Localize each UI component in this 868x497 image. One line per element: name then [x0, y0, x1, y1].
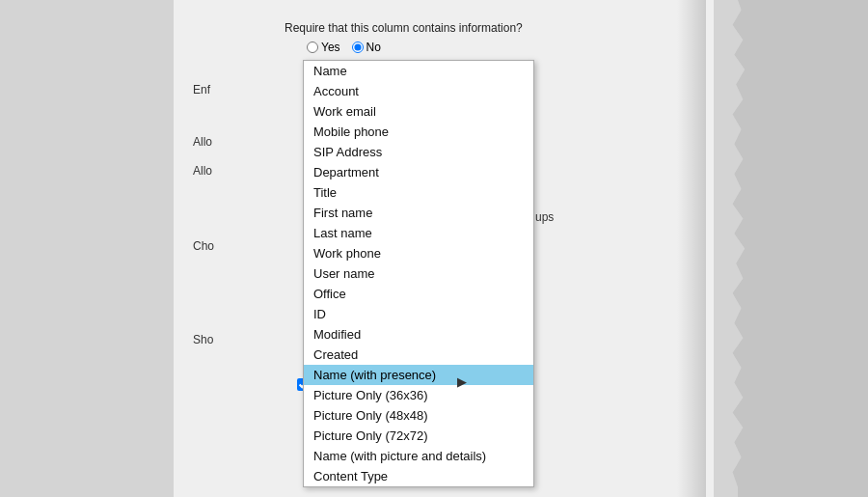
label-ups: ups — [535, 210, 554, 224]
label-sho: Sho — [193, 333, 213, 346]
no-label: No — [366, 41, 381, 54]
dropdown-item-created[interactable]: Created — [304, 345, 533, 365]
label-cho: Cho — [193, 239, 214, 253]
dropdown-item-department[interactable]: Department — [304, 162, 533, 182]
dropdown-item-picture-72[interactable]: Picture Only (72x72) — [304, 426, 533, 446]
dropdown-item-mobile-phone[interactable]: Mobile phone — [304, 122, 533, 142]
dropdown-list: Name Account Work email Mobile phone SIP… — [303, 60, 534, 487]
dropdown-item-name-picture-details[interactable]: Name (with picture and details) — [304, 446, 533, 466]
label-allo2: Allo — [193, 164, 212, 178]
dropdown-item-name[interactable]: Name — [304, 61, 533, 81]
dropdown-item-last-name[interactable]: Last name — [304, 223, 533, 243]
yes-radio-label[interactable]: Yes — [307, 41, 340, 54]
dropdown-item-work-phone[interactable]: Work phone — [304, 243, 533, 263]
dropdown-item-content-type[interactable]: Content Type — [304, 466, 533, 486]
dropdown-item-name-presence[interactable]: Name (with presence) — [304, 365, 533, 385]
yes-label: Yes — [321, 41, 340, 54]
dropdown-item-id[interactable]: ID — [304, 304, 533, 324]
dropdown-item-first-name[interactable]: First name — [304, 203, 533, 223]
dropdown-item-title[interactable]: Title — [304, 182, 533, 203]
yes-radio[interactable] — [307, 41, 318, 53]
dropdown-item-sip-address[interactable]: SIP Address — [304, 142, 533, 162]
dropdown-item-user-name[interactable]: User name — [304, 263, 533, 284]
label-allo1: Allo — [193, 135, 212, 149]
label-enf: Enf — [193, 83, 210, 97]
dropdown-item-account[interactable]: Account — [304, 81, 533, 101]
dropdown-item-work-email[interactable]: Work email — [304, 101, 533, 122]
dropdown-item-office[interactable]: Office — [304, 284, 533, 304]
no-radio[interactable] — [352, 41, 364, 53]
dropdown-item-picture-48[interactable]: Picture Only (48x48) — [304, 405, 533, 426]
dropdown-item-picture-36[interactable]: Picture Only (36x36) — [304, 385, 533, 405]
no-radio-label[interactable]: No — [352, 41, 381, 54]
radio-group: Yes No — [307, 41, 381, 54]
dropdown-item-modified[interactable]: Modified — [304, 324, 533, 345]
page-container: Require that this column contains inform… — [0, 0, 868, 497]
require-header-text: Require that this column contains inform… — [285, 21, 523, 35]
